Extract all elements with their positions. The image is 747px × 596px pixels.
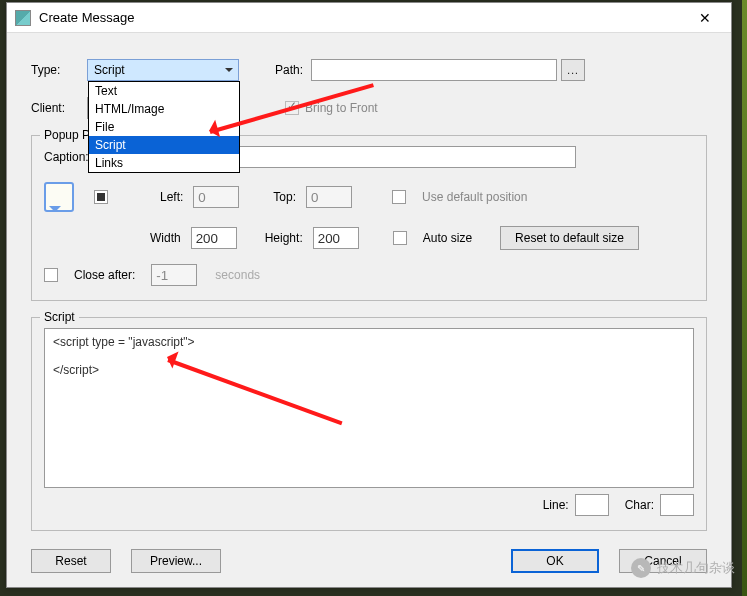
char-label: Char:: [625, 498, 654, 512]
seconds-label: seconds: [215, 268, 260, 282]
close-after-checkbox[interactable]: [44, 268, 58, 282]
reset-size-button[interactable]: Reset to default size: [500, 226, 639, 250]
script-fieldset: Script <script type = "javascript"> </sc…: [31, 317, 707, 531]
create-message-dialog: Create Message ✕ Type: Script Text HTML/…: [6, 2, 732, 588]
bg-accent: [742, 0, 747, 596]
script-legend: Script: [40, 310, 79, 324]
type-option-html[interactable]: HTML/Image: [89, 100, 239, 118]
close-icon: ✕: [699, 10, 711, 26]
reset-button[interactable]: Reset: [31, 549, 111, 573]
line-input[interactable]: [575, 494, 609, 516]
height-input[interactable]: [313, 227, 359, 249]
top-label: Top:: [273, 190, 296, 204]
char-input[interactable]: [660, 494, 694, 516]
titlebar: Create Message ✕: [7, 3, 731, 33]
close-button[interactable]: ✕: [683, 4, 727, 32]
height-label: Height:: [265, 231, 303, 245]
auto-size-checkbox[interactable]: [393, 231, 407, 245]
path-label: Path:: [275, 63, 303, 77]
script-line: </script>: [53, 363, 685, 377]
path-input[interactable]: [311, 59, 557, 81]
auto-size-label: Auto size: [423, 231, 472, 245]
type-option-links[interactable]: Links: [89, 154, 239, 172]
path-browse-button[interactable]: ...: [561, 59, 585, 81]
left-label: Left:: [160, 190, 183, 204]
use-default-pos-checkbox[interactable]: [392, 190, 406, 204]
close-after-input[interactable]: [151, 264, 197, 286]
width-input[interactable]: [191, 227, 237, 249]
top-input[interactable]: [306, 186, 352, 208]
script-line: <script type = "javascript">: [53, 335, 685, 349]
ellipsis-icon: ...: [567, 65, 578, 76]
client-label: Client:: [31, 101, 87, 115]
watermark: ✎ 技术几句杂谈: [631, 558, 735, 578]
script-textarea[interactable]: <script type = "javascript"> </script>: [44, 328, 694, 488]
type-option-text[interactable]: Text: [89, 82, 239, 100]
popup-bubble-icon: [44, 182, 74, 212]
popup-enable-checkbox[interactable]: [94, 190, 108, 204]
type-combobox[interactable]: Script Text HTML/Image File Script Links: [87, 59, 239, 81]
preview-button[interactable]: Preview...: [131, 549, 221, 573]
watermark-text: 技术几句杂谈: [657, 559, 735, 577]
type-combobox-value: Script: [94, 63, 125, 77]
width-label: Width: [150, 231, 181, 245]
use-default-pos-label: Use default position: [422, 190, 527, 204]
type-label: Type:: [31, 63, 87, 77]
line-label: Line:: [543, 498, 569, 512]
ok-button[interactable]: OK: [511, 549, 599, 573]
watermark-icon: ✎: [631, 558, 651, 578]
type-option-script[interactable]: Script: [89, 136, 239, 154]
close-after-label: Close after:: [74, 268, 135, 282]
window-title: Create Message: [39, 10, 683, 25]
left-input[interactable]: [193, 186, 239, 208]
app-icon: [15, 10, 31, 26]
